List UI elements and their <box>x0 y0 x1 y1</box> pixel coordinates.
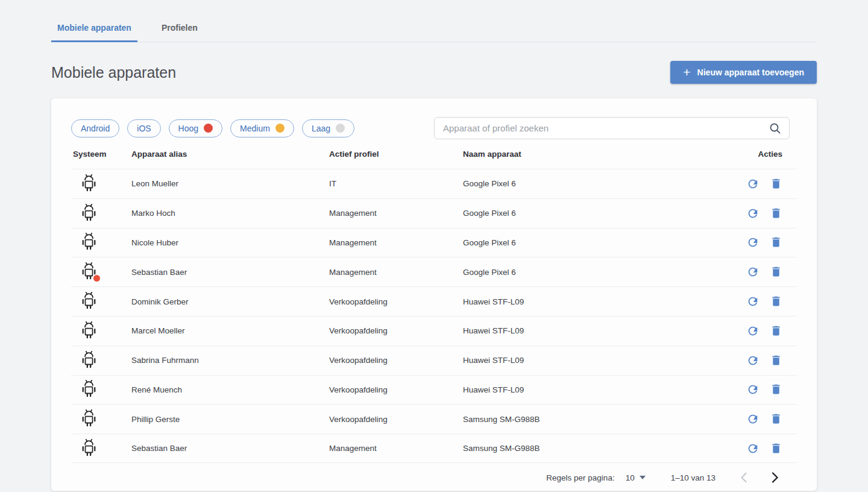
table-row: Marcel Moeller Verkoopafdeling Huawei ST… <box>71 316 797 345</box>
filter-chip[interactable]: Hoog <box>169 119 222 137</box>
refresh-icon <box>746 236 760 249</box>
refresh-icon <box>746 265 760 279</box>
system-cell <box>71 203 131 224</box>
system-cell <box>71 291 131 312</box>
table-body: Leon Mueller IT Google Pixel 6 <box>71 169 797 463</box>
device-alias-cell: Sebastian Baer <box>131 444 329 453</box>
add-device-button-label: Nieuw apparaat toevoegen <box>697 68 804 77</box>
delete-device-button[interactable] <box>769 412 782 426</box>
active-profile-cell: Verkoopafdeling <box>329 297 463 306</box>
system-cell <box>71 350 131 371</box>
system-cell <box>71 438 131 459</box>
delete-device-button[interactable] <box>769 265 782 279</box>
device-name-cell: Samsung SM-G988B <box>463 415 725 424</box>
device-name-cell: Google Pixel 6 <box>463 238 725 247</box>
sync-device-button[interactable] <box>746 442 760 455</box>
active-profile-cell: Management <box>329 268 463 277</box>
filter-chip-label: Medium <box>240 124 270 133</box>
refresh-icon <box>746 442 760 455</box>
delete-device-button[interactable] <box>769 324 782 338</box>
rows-per-page-select[interactable]: 10 <box>626 473 646 482</box>
system-cell <box>71 262 131 282</box>
rows-per-page-value: 10 <box>626 473 635 482</box>
sync-device-button[interactable] <box>746 354 760 367</box>
chevron-right-icon <box>767 470 782 485</box>
tab-mobiele-apparaten[interactable]: Mobiele apparaten <box>51 20 137 42</box>
column-header-actief-profiel: Actief profiel <box>329 150 463 159</box>
device-name-cell: Google Pixel 6 <box>463 179 725 188</box>
delete-device-button[interactable] <box>769 236 782 249</box>
device-alias-cell: Nicole Huber <box>131 238 329 247</box>
trash-icon <box>770 177 782 190</box>
filter-chip-label: iOS <box>137 124 151 133</box>
table-row: Dominik Gerber Verkoopafdeling Huawei ST… <box>71 286 797 316</box>
next-page-button[interactable] <box>767 470 782 485</box>
column-header-apparaat-alias: Apparaat alias <box>131 150 329 159</box>
android-icon <box>81 321 97 339</box>
table-row: Marko Hoch Management Google Pixel 6 <box>71 198 797 228</box>
delete-device-button[interactable] <box>769 442 782 455</box>
device-alias-cell: Leon Mueller <box>131 179 329 188</box>
table-row: René Muench Verkoopafdeling Huawei STF-L… <box>71 375 797 405</box>
actions-cell <box>725 177 797 191</box>
active-profile-cell: Management <box>329 238 463 247</box>
filter-chip[interactable]: Android <box>71 119 119 137</box>
filter-chip-label: Hoog <box>178 124 198 133</box>
device-alias-cell: Marko Hoch <box>131 209 329 218</box>
delete-device-button[interactable] <box>769 177 782 191</box>
system-cell <box>71 409 131 429</box>
active-profile-cell: Management <box>329 444 463 453</box>
trash-icon <box>770 354 782 367</box>
trash-icon <box>770 324 782 337</box>
sync-device-button[interactable] <box>746 177 760 191</box>
system-cell <box>71 232 131 253</box>
actions-cell <box>725 383 797 396</box>
search-input[interactable] <box>434 117 790 139</box>
filter-chip[interactable]: iOS <box>127 119 160 137</box>
alert-badge-dot <box>93 275 100 282</box>
chevron-left-icon <box>737 470 752 485</box>
add-device-button[interactable]: + Nieuw apparaat toevoegen <box>670 61 817 84</box>
device-name-cell: Google Pixel 6 <box>463 209 725 218</box>
device-name-cell: Huawei STF-L09 <box>463 297 725 306</box>
table-row: Leon Mueller IT Google Pixel 6 <box>71 169 797 198</box>
device-name-cell: Huawei STF-L09 <box>463 326 725 335</box>
filter-chip[interactable]: Medium <box>230 119 294 137</box>
column-header-acties: Acties <box>725 150 797 159</box>
android-icon <box>81 438 97 457</box>
android-icon <box>81 174 97 192</box>
table-row: Sabrina Fuhrmann Verkoopafdeling Huawei … <box>71 345 797 375</box>
sync-device-button[interactable] <box>746 207 760 220</box>
pagination-range-label: 1–10 van 13 <box>671 473 715 482</box>
filters-row: Android iOS Hoog Medium Laag <box>71 98 797 139</box>
plus-icon: + <box>683 66 690 78</box>
table-row: Phillip Gerste Verkoopafdeling Samsung S… <box>71 404 797 434</box>
active-profile-cell: Verkoopafdeling <box>329 415 463 424</box>
sync-device-button[interactable] <box>746 412 760 426</box>
device-alias-cell: Marcel Moeller <box>131 326 329 335</box>
active-profile-cell: IT <box>329 179 463 188</box>
column-header-naam-apparaat: Naam apparaat <box>463 150 725 159</box>
trash-icon <box>770 265 782 278</box>
delete-device-button[interactable] <box>769 354 782 367</box>
actions-cell <box>725 354 797 367</box>
delete-device-button[interactable] <box>769 207 782 220</box>
filter-chip[interactable]: Laag <box>302 119 354 137</box>
filter-chip-label: Laag <box>312 124 330 133</box>
actions-cell <box>725 442 797 455</box>
tab-profielen[interactable]: Profielen <box>156 20 204 42</box>
system-cell <box>71 379 131 400</box>
previous-page-button[interactable] <box>737 470 752 485</box>
priority-dot <box>204 124 213 133</box>
sync-device-button[interactable] <box>746 324 760 338</box>
delete-device-button[interactable] <box>769 295 782 308</box>
sync-device-button[interactable] <box>746 236 760 249</box>
actions-cell <box>725 324 797 338</box>
trash-icon <box>770 442 782 455</box>
sync-device-button[interactable] <box>746 265 760 279</box>
device-alias-cell: Phillip Gerste <box>131 415 329 424</box>
sync-device-button[interactable] <box>746 295 760 308</box>
sync-device-button[interactable] <box>746 383 760 396</box>
delete-device-button[interactable] <box>769 383 782 396</box>
trash-icon <box>770 383 782 396</box>
